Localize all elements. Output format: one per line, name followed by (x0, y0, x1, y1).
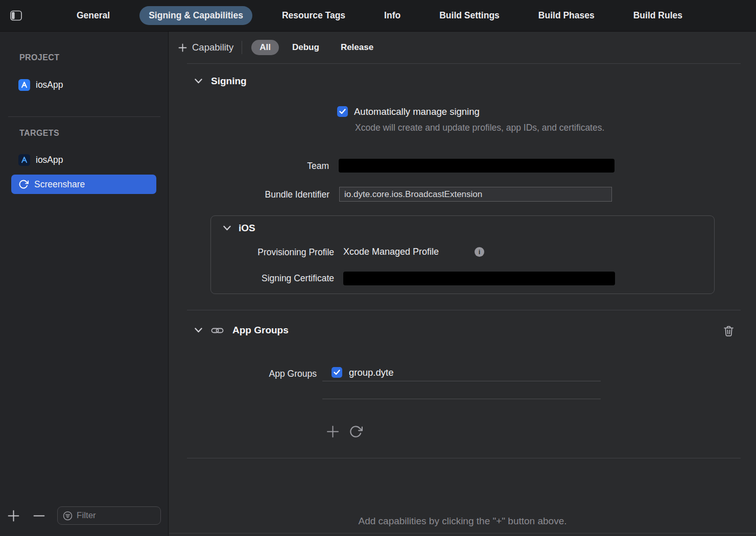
bundle-identifier-label: Bundle Identifier (169, 189, 329, 200)
capability-toolbar: Capability All Debug Release (178, 38, 382, 57)
segment-all[interactable]: All (251, 40, 279, 55)
tab-resource-tags[interactable]: Resource Tags (273, 6, 355, 25)
filter-field[interactable] (57, 506, 161, 525)
app-groups-section-header: App Groups (195, 325, 289, 336)
app-group-row-divider (322, 381, 601, 381)
screenshare-extension-icon (18, 179, 29, 189)
signing-section-header: Signing (195, 76, 247, 87)
auto-manage-signing-hint: Xcode will create and update profiles, a… (355, 121, 613, 134)
remove-target-button[interactable] (33, 509, 45, 524)
ios-signing-box: iOS Provisioning Profile Xcode Managed P… (210, 215, 715, 294)
editor-tab-bar: General Signing & Capabilities Resource … (0, 0, 756, 32)
target-app-icon (18, 154, 30, 166)
sidebar-item-label: Screenshare (34, 179, 85, 190)
sidebar-item-target-iosapp[interactable]: iosApp (11, 150, 156, 169)
project-navigator-sidebar: PROJECT iosApp TARGETS iosApp Screens (0, 32, 169, 536)
group-dyte-label: group.dyte (349, 367, 393, 378)
add-capability-button[interactable]: Capability (178, 42, 233, 53)
ios-box-header: iOS (223, 223, 255, 234)
refresh-app-groups-button[interactable] (349, 425, 363, 441)
tab-general[interactable]: General (67, 6, 119, 25)
sidebar-item-label: iosApp (36, 80, 63, 90)
signing-section-title: Signing (211, 76, 247, 87)
info-icon[interactable]: i (475, 247, 484, 257)
sidebar-item-project-iosapp[interactable]: iosApp (11, 75, 156, 94)
divider (187, 310, 741, 310)
provisioning-profile-value: Xcode Managed Profile (343, 247, 439, 257)
auto-manage-signing-label: Automatically manage signing (354, 106, 480, 117)
delete-capability-trash-icon[interactable] (723, 325, 734, 339)
team-dropdown-redacted[interactable] (339, 159, 615, 173)
chevron-down-icon[interactable] (195, 79, 202, 84)
app-groups-link-icon (211, 326, 224, 335)
sidebar-toggle-icon[interactable] (9, 10, 22, 22)
group-dyte-checkbox[interactable] (332, 367, 342, 378)
divider (187, 458, 741, 458)
segment-debug[interactable]: Debug (284, 40, 327, 55)
tab-list: General Signing & Capabilities Resource … (67, 6, 692, 25)
bundle-identifier-input[interactable] (339, 187, 612, 202)
capability-button-label: Capability (192, 42, 233, 53)
project-section-header: PROJECT (19, 53, 59, 62)
divider (187, 63, 741, 64)
app-groups-field-label: App Groups (169, 369, 317, 379)
signing-certificate-label: Signing Certificate (211, 273, 334, 284)
auto-manage-signing-checkbox[interactable] (337, 106, 348, 117)
tab-info[interactable]: Info (375, 6, 410, 25)
chevron-down-icon[interactable] (223, 226, 231, 231)
tab-signing-capabilities[interactable]: Signing & Capabilities (139, 6, 252, 25)
app-groups-section-title: App Groups (232, 325, 289, 336)
tab-build-rules[interactable]: Build Rules (624, 6, 692, 25)
filter-input[interactable] (77, 510, 155, 521)
project-app-icon (18, 79, 30, 91)
segment-release[interactable]: Release (333, 40, 382, 55)
tab-build-settings[interactable]: Build Settings (430, 6, 509, 25)
plus-icon (178, 43, 187, 52)
provisioning-profile-label: Provisioning Profile (211, 247, 334, 258)
toolbar-divider (242, 41, 242, 54)
ios-box-title: iOS (239, 223, 255, 234)
tab-build-phases[interactable]: Build Phases (529, 6, 604, 25)
add-capabilities-hint: Add capabilities by clicking the "+" but… (169, 516, 756, 527)
add-app-group-button[interactable] (326, 425, 340, 441)
sidebar-divider (8, 116, 160, 117)
chevron-down-icon[interactable] (195, 328, 202, 333)
sidebar-item-target-screenshare[interactable]: Screenshare (11, 175, 156, 194)
filter-icon (63, 511, 73, 521)
add-target-button[interactable] (7, 509, 20, 524)
app-group-row-divider (322, 399, 601, 399)
divider (169, 533, 756, 533)
team-label: Team (169, 161, 329, 172)
check-icon (334, 370, 340, 375)
signing-capabilities-editor: Capability All Debug Release Signing Aut… (169, 32, 756, 536)
check-icon (339, 109, 346, 114)
targets-section-header: TARGETS (19, 129, 59, 138)
signing-certificate-redacted[interactable] (343, 272, 615, 285)
sidebar-item-label: iosApp (36, 155, 63, 165)
